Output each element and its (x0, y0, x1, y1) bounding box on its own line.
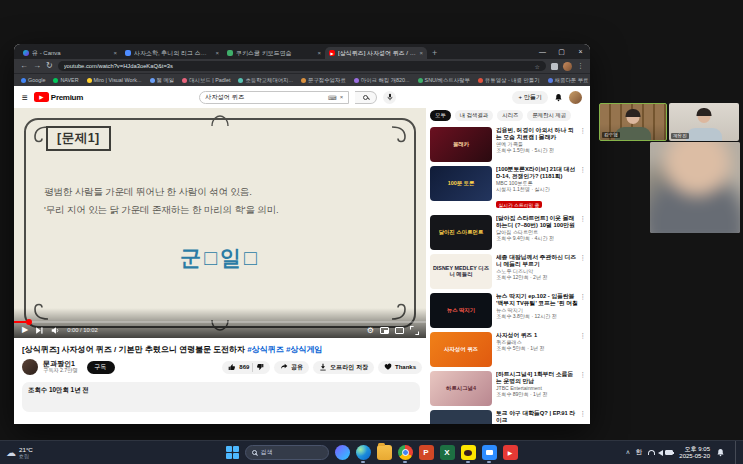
video-thumbnail[interactable]: 하트시그널4 (430, 371, 492, 406)
bookmark[interactable]: SNU/베스트사랑무 (418, 77, 470, 84)
related-video-title[interactable]: [100분토론X라이브] 21대 대선 D-14, 전쟁인가? (1181회) (496, 166, 579, 180)
participant-video-2[interactable]: 계유진 (669, 103, 739, 141)
channel-avatar[interactable] (22, 359, 38, 375)
channel-name[interactable]: 문과짱인1 (43, 360, 78, 367)
video-thumbnail[interactable]: 달아진 스마트먼트 (430, 215, 492, 250)
bookmark[interactable]: 초등학교체대여지... (238, 77, 293, 84)
account-avatar[interactable] (569, 91, 582, 104)
channel-names[interactable]: 문과짱인1 구독자 2.7만명 (43, 360, 78, 374)
show-desktop-button[interactable] (735, 441, 737, 464)
tab-close-icon[interactable]: × (113, 50, 117, 56)
related-video-title[interactable]: [하트시그널4] 1화부터 소름돋는 운명의 만남 (496, 371, 579, 385)
bookmark[interactable]: 채움다운 무료 이미... (548, 77, 590, 84)
extensions-icon[interactable] (551, 63, 558, 70)
thanks-button[interactable]: Thanks (378, 361, 422, 374)
tab-close-icon[interactable]: × (215, 50, 219, 56)
maximize-button[interactable]: ▢ (552, 44, 571, 59)
thumbs-up-icon[interactable] (228, 363, 236, 371)
video-thumbnail[interactable]: 뉴스 딱지기 (430, 293, 492, 328)
bookmark-star-icon[interactable]: ☆ (535, 63, 540, 70)
video-thumbnail[interactable]: 몰래카 (430, 127, 492, 162)
theater-mode-icon[interactable] (395, 327, 404, 334)
kebab-menu-icon[interactable]: ⋮ (580, 371, 587, 379)
chip-extra[interactable]: 문제한시 제공 (527, 110, 571, 121)
new-tab-button[interactable]: + (432, 48, 437, 58)
bookmark[interactable]: 마이크 해킹 개820... (354, 77, 410, 84)
browser-menu-icon[interactable]: ⋮ (577, 62, 584, 70)
thumbs-down-icon[interactable] (256, 363, 264, 371)
kebab-menu-icon[interactable]: ⋮ (580, 127, 587, 135)
bookmark[interactable]: Google (21, 77, 45, 83)
related-video[interactable]: 사자성어 퀴즈 사자성어 퀴즈 1 퀴즈클래스 조회수 5만회 · 1년 전 ⋮ (430, 332, 586, 367)
edge-icon[interactable] (356, 445, 371, 460)
settings-gear-icon[interactable]: ⚙ (367, 326, 374, 335)
bookmark[interactable]: 유튜영상 - 내용 만들기 (478, 77, 540, 84)
minimize-button[interactable]: — (533, 44, 552, 59)
notification-center-icon[interactable] (716, 448, 725, 457)
description-box[interactable]: 조회수 10만회 1년 전 (22, 382, 420, 412)
hidden-icons-chevron[interactable]: ˄ (626, 449, 630, 457)
bookmark[interactable]: Miro | Visual Work... (87, 77, 142, 83)
reload-button[interactable]: ↻ (46, 62, 53, 70)
related-video[interactable]: 하트시그널4 [하트시그널4] 1화부터 소름돋는 운명의 만남 JTBC En… (430, 371, 586, 406)
omnibox[interactable]: youtube.com/watch?v=HJda3oeKaQ&t=3s ☆ (58, 61, 546, 71)
kebab-menu-icon[interactable]: ⋮ (580, 293, 587, 301)
youtube-logo[interactable]: ▶ Premium (34, 92, 83, 102)
kebab-menu-icon[interactable]: ⋮ (580, 254, 587, 262)
subscribe-button[interactable]: 구독 (87, 361, 115, 374)
file-explorer-icon[interactable] (377, 445, 392, 460)
video-hashtags[interactable]: #상식퀴즈 #상식게임 (247, 345, 322, 354)
search-input[interactable]: 사자성어 퀴즈 ⌨ × (199, 91, 349, 104)
miniplayer-icon[interactable] (380, 327, 389, 334)
related-video-title[interactable]: 김용빈, 허경이 야외서 하나 되는 모습 치료캠 | 몰래카 (496, 127, 579, 141)
play-button[interactable]: ▶ (22, 326, 28, 334)
keyboard-icon[interactable]: ⌨ (328, 94, 337, 101)
powerpoint-icon[interactable]: P (419, 445, 434, 460)
related-video[interactable]: 몰래카 김용빈, 허경이 야외서 하나 되는 모습 치료캠 | 몰래카 연예 가… (430, 127, 586, 162)
chip-all[interactable]: 모두 (430, 110, 451, 121)
kebab-menu-icon[interactable]: ⋮ (580, 215, 587, 223)
youtube-app-icon[interactable]: ▶ (503, 445, 518, 460)
forward-button[interactable]: → (33, 62, 41, 70)
voice-search-button[interactable] (383, 91, 396, 104)
search-button[interactable] (355, 91, 377, 104)
related-video-title[interactable]: 세종 대왕님께서 주관하신 디즈니 메들리 부르기 (496, 254, 579, 268)
chip-search-results[interactable]: 내 검색결과 (455, 110, 493, 121)
bookmark[interactable]: 대시보드 | Padlet (182, 77, 230, 84)
volume-icon[interactable] (51, 326, 60, 335)
video-thumbnail[interactable]: 사자성어 퀴즈 (430, 332, 492, 367)
chip-series[interactable]: 시리즈 (497, 110, 523, 121)
tab-close-icon[interactable]: × (419, 50, 423, 56)
create-button[interactable]: + 만들기 (512, 91, 548, 104)
kebab-menu-icon[interactable]: ⋮ (580, 166, 587, 174)
related-video[interactable]: 뉴스 딱지기 뉴스 딱지기 ep.102 - 임플란볼 '백무지 TV유틸' 코… (430, 293, 586, 328)
related-video[interactable]: DISNEY MEDLEY 디즈니 메들리 세종 대왕님께서 주관하신 디즈니 … (430, 254, 586, 289)
back-button[interactable]: ← (20, 62, 28, 70)
clear-search-icon[interactable]: × (340, 94, 344, 100)
related-video-title[interactable]: 뉴스 딱지기 ep.102 - 임플란볼 '백무지 TV유틸' 코프는 '된 며… (496, 293, 579, 307)
blurred-participant-video[interactable] (650, 142, 740, 233)
video-player[interactable]: [문제1] 평범한 사람들 가운데 뛰어난 한 사람이 섞여 있음. '무리 지… (14, 108, 426, 338)
related-video[interactable]: 토크 토크 야구 대학들Q? | EP.91 라이크 토크쇼 조회수 2.1만회… (430, 410, 586, 424)
profile-avatar[interactable] (563, 62, 572, 71)
kakaotalk-icon[interactable] (461, 445, 476, 460)
tab-cookieschool[interactable]: 쿠키스쿨 키보드연습 × (223, 47, 325, 59)
tab-sajasohak[interactable]: 사자소학, 추니의 리그 스쿨 당... × (121, 47, 223, 59)
video-thumbnail[interactable]: DISNEY MEDLEY 디즈니 메들리 (430, 254, 492, 289)
tab-youtube-active[interactable]: ▶ [상식퀴즈] 사자성어 퀴즈 / 기... × (325, 47, 427, 59)
start-button[interactable] (226, 446, 239, 459)
hamburger-menu-icon[interactable]: ≡ (22, 92, 28, 103)
chrome-icon[interactable] (398, 445, 413, 460)
progress-bar[interactable] (14, 321, 426, 323)
like-dislike-buttons[interactable]: 869 (222, 361, 270, 374)
related-video-title[interactable]: 사자성어 퀴즈 1 (496, 332, 579, 339)
copilot-icon[interactable] (335, 445, 350, 460)
kebab-menu-icon[interactable]: ⋮ (580, 332, 587, 340)
bookmark[interactable]: NAVER (53, 77, 78, 83)
download-button[interactable]: 오프라인 저장 (313, 361, 374, 374)
tab-close-icon[interactable]: × (317, 50, 321, 56)
bookmark[interactable]: 문구점수업자료 (301, 77, 346, 84)
related-video-title[interactable]: 토크 야구 대학들Q? | EP.91 라이크 (496, 410, 579, 424)
tab-canva[interactable]: 유 - Canva × (19, 47, 121, 59)
related-video[interactable]: 100분 토론 [100분토론X라이브] 21대 대선 D-14, 전쟁인가? … (430, 166, 586, 211)
